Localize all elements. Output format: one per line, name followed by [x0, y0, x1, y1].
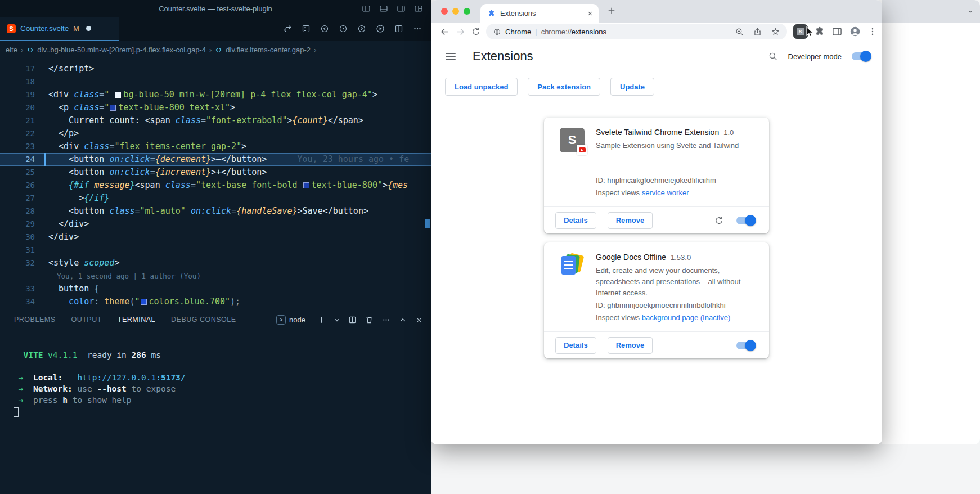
code-editor[interactable]: 17</script>1819<div class=" bg-blue-50 m…: [0, 59, 431, 309]
code-line[interactable]: 22 </p>: [0, 127, 431, 140]
load-unpacked-button[interactable]: Load unpacked: [445, 78, 518, 96]
close-window-button[interactable]: [441, 8, 448, 15]
close-panel-icon[interactable]: [415, 316, 423, 324]
line-number: 24: [0, 153, 35, 166]
menu-hamburger-icon[interactable]: [446, 53, 456, 60]
address-bar[interactable]: Chrome | chrome://extensions: [486, 24, 787, 39]
run-icon[interactable]: [376, 24, 385, 33]
chrome-menu-icon[interactable]: [867, 26, 878, 37]
share-icon[interactable]: [753, 27, 762, 37]
split-editor-icon[interactable]: [394, 24, 403, 33]
code-line[interactable]: 19<div class=" bg-blue-50 min-w-[20rem] …: [0, 88, 431, 101]
back-icon[interactable]: [437, 24, 452, 39]
code-line[interactable]: 21 Current count: <span class="font-extr…: [0, 114, 431, 127]
change-indicator-icon[interactable]: [339, 24, 348, 33]
breadcrumb-div-segment-1[interactable]: div..bg-blue-50.min-w-[20rem].p-4.flex.f…: [37, 46, 206, 54]
remove-button[interactable]: Remove: [608, 212, 653, 229]
minimize-window-button[interactable]: [452, 8, 459, 15]
site-info-icon[interactable]: [493, 28, 501, 36]
line-number: 34: [0, 295, 35, 308]
code-line[interactable]: 17</script>: [0, 62, 431, 75]
next-change-icon[interactable]: [357, 24, 366, 33]
toggle-panel-icon[interactable]: [379, 4, 388, 13]
code-line[interactable]: 29 </div>: [0, 218, 431, 231]
line-number: [0, 270, 35, 282]
new-tab-button[interactable]: [606, 6, 617, 16]
unsaved-dot-icon[interactable]: [86, 26, 91, 31]
code-line[interactable]: 31: [0, 244, 431, 257]
reload-icon[interactable]: [468, 24, 484, 39]
inspect-service-worker-link[interactable]: service worker: [642, 188, 689, 197]
toggle-primary-sidebar-icon[interactable]: [362, 4, 371, 13]
terminal-output[interactable]: VITE v4.1.1 ready in 286 ms → Local: htt…: [0, 330, 431, 417]
breadcrumb-div-segment-2[interactable]: div.flex.items-center.gap-2: [226, 46, 311, 54]
panel-tab-terminal[interactable]: TERMINAL: [118, 309, 155, 330]
code-line[interactable]: 20 <p class="text-blue-800 text-xl">: [0, 101, 431, 114]
profile-avatar[interactable]: [849, 25, 861, 38]
breadcrumb-file-segment[interactable]: elte: [6, 46, 17, 54]
extension-enabled-toggle[interactable]: [736, 217, 756, 224]
panel-tab-debug-console[interactable]: DEBUG CONSOLE: [171, 309, 236, 330]
panel-more-icon[interactable]: [382, 316, 390, 324]
tab-label: Counter.svelte: [20, 24, 69, 33]
side-panel-icon[interactable]: [831, 26, 843, 37]
maximize-panel-icon[interactable]: [399, 316, 407, 324]
code-line[interactable]: 28 <button class="ml-auto" on:click={han…: [0, 205, 431, 218]
extension-enabled-toggle[interactable]: [736, 342, 756, 349]
line-number: 20: [0, 101, 35, 114]
update-button[interactable]: Update: [610, 78, 654, 96]
terminal-line: [14, 338, 431, 349]
extension-name: Svelete Tailwind Chrome Extension: [596, 128, 719, 137]
more-actions-icon[interactable]: [413, 24, 422, 33]
compare-changes-icon[interactable]: [283, 24, 292, 33]
panel-tab-output[interactable]: OUTPUT: [71, 309, 101, 330]
tab-search-chevron-icon[interactable]: [966, 7, 974, 15]
code-line[interactable]: 33 button {: [0, 282, 431, 295]
browser-tab-extensions[interactable]: Extensions: [480, 4, 599, 23]
zoom-window-button[interactable]: [464, 8, 470, 15]
forward-icon[interactable]: [452, 24, 468, 39]
panel-tab-problems[interactable]: PROBLEMS: [14, 309, 55, 330]
code-line[interactable]: 34 color: theme("colors.blue.700");: [0, 295, 431, 308]
code-line[interactable]: 32<style scoped>: [0, 257, 431, 270]
toggle-secondary-sidebar-icon[interactable]: [397, 4, 406, 13]
code-line[interactable]: 18: [0, 75, 431, 88]
split-terminal-icon[interactable]: [348, 316, 357, 324]
extension-cards: S Svelete Tailwind Chrome Extension1.0 S…: [431, 104, 882, 358]
extensions-puzzle-icon[interactable]: [814, 26, 825, 37]
open-changes-icon[interactable]: [302, 24, 311, 33]
tab-close-icon[interactable]: [586, 10, 594, 17]
kill-terminal-icon[interactable]: [365, 316, 374, 324]
code-line[interactable]: 26 {#if message}<span class="text-base f…: [0, 179, 431, 192]
new-terminal-icon[interactable]: [317, 316, 326, 324]
background-tabstrip: [882, 0, 980, 23]
developer-mode-toggle[interactable]: [852, 52, 871, 60]
chrome-toolbar: Chrome | chrome://extensions S: [431, 23, 882, 41]
terminal-cursor: [14, 407, 19, 417]
terminal-instance-node[interactable]: > node: [276, 315, 305, 325]
element-symbol-icon: [215, 46, 222, 53]
inspect-background-page-link[interactable]: background page (Inactive): [642, 313, 731, 322]
remove-button[interactable]: Remove: [608, 337, 653, 354]
code-line[interactable]: 27 >{/if}: [0, 192, 431, 205]
extension-id: ID: ghbmnnjooekpmoecnnnilnnbdlolhkhi: [596, 301, 758, 309]
details-button[interactable]: Details: [555, 212, 596, 229]
bookmark-star-icon[interactable]: [771, 27, 780, 37]
screen: Counter.svelte — test-svelte-plugin S Co…: [0, 0, 980, 494]
reload-extension-icon[interactable]: [714, 215, 724, 226]
search-icon[interactable]: [768, 51, 778, 61]
code-line[interactable]: 30</div>: [0, 231, 431, 244]
code-line[interactable]: 25 <button on:click={increment}>+</butto…: [0, 166, 431, 179]
terminal-dropdown-icon[interactable]: [334, 317, 340, 323]
customize-layout-icon[interactable]: [414, 4, 423, 13]
pinned-extension-icon[interactable]: S: [793, 24, 808, 39]
overview-ruler[interactable]: [423, 59, 431, 309]
previous-change-icon[interactable]: [320, 24, 329, 33]
codelens-row[interactable]: You, 1 second ago | 1 author (You): [0, 270, 431, 282]
details-button[interactable]: Details: [555, 337, 596, 354]
pack-extension-button[interactable]: Pack extension: [528, 78, 600, 96]
zoom-icon[interactable]: [735, 27, 744, 37]
tab-counter-svelte[interactable]: S Counter.svelte M: [0, 17, 119, 41]
code-line[interactable]: 23 <div class="flex items-center gap-2">: [0, 140, 431, 153]
code-line[interactable]: 24 <button on:click={decrement}>—</butto…: [0, 153, 431, 166]
